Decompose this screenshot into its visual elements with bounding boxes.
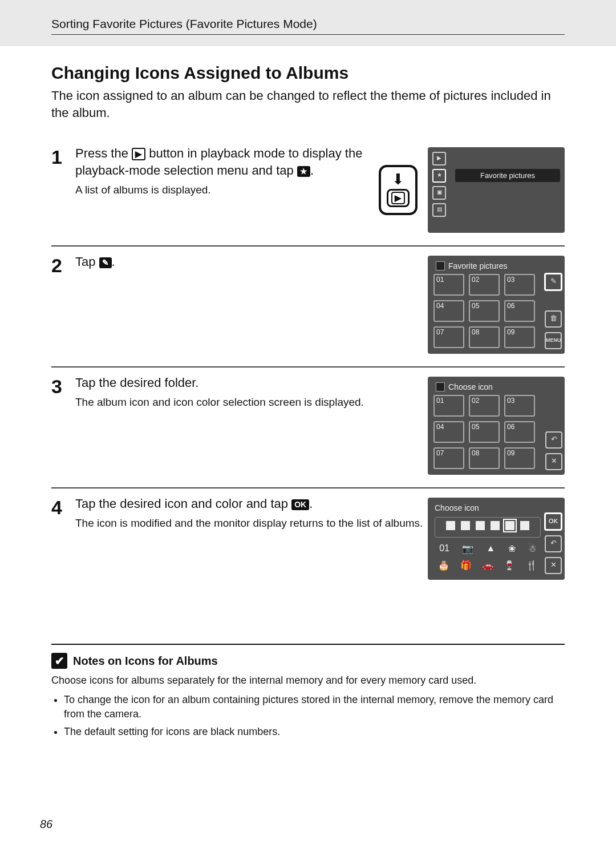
- album-cell[interactable]: 01: [433, 395, 464, 417]
- color-swatch-row: [435, 517, 541, 538]
- album-cell[interactable]: 06: [504, 421, 535, 443]
- lcd-album-grid: Favorite pictures 010203040506070809 ✎ 🗑…: [428, 256, 565, 354]
- step-2: 2 Tap ✎. Favorite pictures 0102030405060…: [51, 246, 565, 366]
- trash-button[interactable]: 🗑: [545, 310, 562, 328]
- album-cell[interactable]: 04: [433, 300, 464, 322]
- album-cell[interactable]: 02: [469, 274, 500, 296]
- ok-icon: OK: [291, 499, 309, 510]
- icon-option[interactable]: ❀: [508, 543, 516, 554]
- play-icon: ▶: [132, 148, 145, 160]
- lcd-choose-icon-panel: Choose icon 01📷▲❀☃ 🎂🎁🚗🍷🍴 OK ↶: [428, 498, 565, 580]
- step-3: 3 Tap the desired folder. The album icon…: [51, 367, 565, 487]
- album-cell[interactable]: 02: [469, 395, 500, 417]
- color-swatch-selected[interactable]: [505, 521, 514, 530]
- album-cell[interactable]: 07: [433, 326, 464, 348]
- album-cell[interactable]: 05: [469, 300, 500, 322]
- play-icon: ▶: [391, 192, 405, 204]
- color-swatch[interactable]: [491, 521, 500, 530]
- mode-icon: ▶: [432, 152, 446, 165]
- album-cell[interactable]: 09: [504, 447, 535, 469]
- lcd-title: Choose icon: [435, 503, 541, 517]
- icon-option[interactable]: 🚗: [482, 560, 493, 571]
- star-icon: ★: [297, 166, 310, 177]
- mode-icon: ▤: [432, 203, 446, 217]
- step-number: 1: [51, 145, 71, 233]
- step-heading: Tap the desired icon and color and tap O…: [75, 495, 423, 512]
- album-cell[interactable]: 01: [433, 274, 464, 296]
- color-swatch[interactable]: [461, 521, 470, 530]
- icon-option[interactable]: 🎂: [438, 560, 449, 571]
- close-button[interactable]: ✕: [545, 557, 562, 574]
- album-cell[interactable]: 07: [433, 447, 464, 469]
- mode-icon: ▣: [432, 186, 446, 200]
- check-icon: ✔: [51, 653, 67, 669]
- step-number: 3: [51, 374, 71, 475]
- camera-button-diagram: ⬇ ▶: [379, 165, 418, 215]
- lcd-mode-menu: ▶ ★ ▣ ▤ Favorite pictures: [428, 147, 565, 233]
- icon-option[interactable]: 01: [439, 543, 449, 554]
- color-swatch[interactable]: [446, 521, 455, 530]
- step-heading: Press the ▶ button in playback mode to d…: [75, 145, 374, 179]
- close-button[interactable]: ✕: [545, 453, 562, 470]
- edit-icon: ✎: [99, 257, 112, 268]
- lcd-choose-icon-grid: Choose icon 010203040506070809 ↶ ✕: [428, 377, 565, 475]
- icon-option[interactable]: 📷: [462, 543, 473, 554]
- intro-text: The icon assigned to an album can be cha…: [51, 87, 565, 121]
- album-cell[interactable]: 04: [433, 421, 464, 443]
- album-cell[interactable]: 03: [504, 274, 535, 296]
- page-title: Changing Icons Assigned to Albums: [51, 63, 565, 83]
- album-cell[interactable]: 08: [469, 326, 500, 348]
- menu-button[interactable]: MENU: [545, 332, 562, 349]
- lcd-title: Choose icon: [433, 380, 542, 395]
- album-cell[interactable]: 06: [504, 300, 535, 322]
- step-subtext: A list of albums is displayed.: [75, 183, 374, 197]
- undo-button[interactable]: ↶: [545, 431, 562, 449]
- notes-lead: Choose icons for albums separately for t…: [51, 673, 565, 688]
- notes-bullet: The default setting for icons are black …: [64, 725, 565, 739]
- step-1: 1 Press the ▶ button in playback mode to…: [51, 138, 565, 245]
- step-heading: Tap ✎.: [75, 253, 423, 270]
- step-number: 2: [51, 253, 71, 354]
- icon-option[interactable]: ☃: [528, 543, 536, 554]
- icon-option[interactable]: ▲: [486, 543, 495, 554]
- arrow-down-icon: ⬇: [387, 172, 410, 187]
- notes-section: ✔ Notes on Icons for Albums Choose icons…: [51, 644, 565, 739]
- step-4: 4 Tap the desired icon and color and tap…: [51, 488, 565, 592]
- album-cell[interactable]: 08: [469, 447, 500, 469]
- step-number: 4: [51, 495, 71, 580]
- mode-label: Favorite pictures: [455, 169, 560, 182]
- color-swatch[interactable]: [520, 521, 529, 530]
- step-subtext: The album icon and icon color selection …: [75, 395, 423, 410]
- figure-press-button: ⬇ ▶ ▶ ★ ▣ ▤ Favorite pictures: [379, 147, 565, 233]
- ok-button[interactable]: OK: [544, 512, 562, 531]
- color-swatch[interactable]: [476, 521, 485, 530]
- lcd-title: Favorite pictures: [433, 259, 542, 274]
- breadcrumb: Sorting Favorite Pictures (Favorite Pict…: [51, 17, 565, 35]
- album-cell[interactable]: 09: [504, 326, 535, 348]
- notes-title: Notes on Icons for Albums: [73, 655, 218, 668]
- notes-bullet: To change the icon for an album containi…: [64, 693, 565, 721]
- album-cell[interactable]: 05: [469, 421, 500, 443]
- step-heading: Tap the desired folder.: [75, 374, 423, 391]
- edit-button[interactable]: ✎: [544, 273, 562, 291]
- step-subtext: The icon is modified and the monitor dis…: [75, 516, 423, 531]
- icon-option[interactable]: 🍷: [504, 560, 515, 571]
- icon-option[interactable]: 🍴: [526, 560, 537, 571]
- icon-option[interactable]: 🎁: [460, 560, 472, 571]
- page-number: 86: [40, 818, 52, 831]
- album-cell[interactable]: 03: [504, 395, 535, 417]
- undo-button[interactable]: ↶: [545, 535, 562, 552]
- mode-icon-selected: ★: [432, 169, 446, 183]
